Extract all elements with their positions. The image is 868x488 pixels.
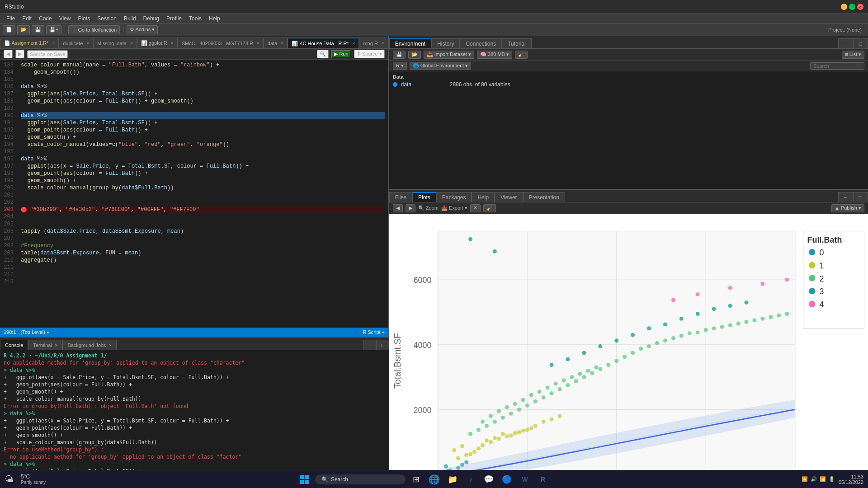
chrome-icon[interactable]: 🌐 xyxy=(427,472,442,487)
code-text[interactable]: scale_colour_manual(name = "Full.Bath", … xyxy=(17,60,388,328)
save-button[interactable]: 💾 xyxy=(32,25,44,34)
menu-profile[interactable]: Profile xyxy=(163,14,185,23)
svg-text:0: 0 xyxy=(819,248,824,257)
maximize-bottom-button[interactable]: □ xyxy=(376,340,389,350)
tab-console[interactable]: Console xyxy=(0,340,28,350)
tab-missing-data[interactable]: Missing_data × xyxy=(93,38,137,48)
import-dataset-button[interactable]: 📥 Import Dataset ▾ xyxy=(424,51,474,59)
source-button[interactable]: ⬆ Source ▾ xyxy=(354,50,385,58)
clock[interactable]: 11:53 05/12/2022 xyxy=(839,474,863,485)
search-code-button[interactable]: 🔍 xyxy=(317,50,329,58)
zoom-button[interactable]: 🔍 Zoom xyxy=(418,205,439,211)
memory-button[interactable]: 🧠 380 MB ▾ xyxy=(477,51,512,59)
tab-background-jobs[interactable]: Background Jobs × xyxy=(62,340,116,350)
tab-files[interactable]: Files xyxy=(389,192,412,202)
menu-help[interactable]: Help xyxy=(205,14,224,23)
close-button[interactable]: × xyxy=(857,4,863,10)
line-numbers: 183184185186187 188189190191192 19319419… xyxy=(0,60,17,328)
delete-plot-button[interactable]: ✕ xyxy=(470,204,481,212)
svg-point-123 xyxy=(671,298,675,302)
tab-data[interactable]: data × xyxy=(264,38,288,48)
svg-point-79 xyxy=(663,338,667,343)
right-panel: Environment History Connections Tutorial… xyxy=(389,36,868,470)
menu-file[interactable]: File xyxy=(3,14,19,23)
menu-edit[interactable]: Edit xyxy=(19,14,35,23)
taskbar-search[interactable]: 🔍 Search xyxy=(315,474,406,484)
env-var-name[interactable]: data xyxy=(401,81,446,88)
new-file-button[interactable]: 📄 xyxy=(3,25,15,34)
global-env-button[interactable]: 🌐 Global Environment ▾ xyxy=(410,62,472,70)
spotify-icon[interactable]: ♪ xyxy=(463,472,478,487)
tab-assignment1[interactable]: 📄 Assignment 1.R* × xyxy=(0,38,59,48)
code-editor[interactable]: 183184185186187 188189190191192 19319419… xyxy=(0,60,388,328)
tab-environment[interactable]: Environment xyxy=(389,38,431,48)
menu-code[interactable]: Code xyxy=(35,14,56,23)
tray-wifi[interactable]: 📶 xyxy=(820,476,826,482)
load-env-button[interactable]: 📂 xyxy=(408,51,421,59)
console-line-9: + ggplot(aes(x = Sale.Price, y = Total.B… xyxy=(4,417,386,424)
tab-connections[interactable]: Connections xyxy=(460,38,502,48)
menu-build[interactable]: Build xyxy=(120,14,140,23)
tab-terminal[interactable]: Terminal × xyxy=(28,340,62,350)
tray-up-arrow[interactable]: 🔼 xyxy=(802,476,808,482)
nav-back-button[interactable]: ◀ xyxy=(4,50,13,58)
save-all-button[interactable]: 💾+ xyxy=(46,25,61,34)
tab-mpg[interactable]: mpg.R × xyxy=(359,38,388,48)
explorer-icon[interactable]: 📁 xyxy=(445,472,460,487)
env-search-input[interactable] xyxy=(810,62,864,70)
console-output[interactable]: R 4.2.2 · ~/Uni/R/0 Assignment 1/ no app… xyxy=(0,350,389,470)
publish-button[interactable]: ▲ Publish ▾ xyxy=(831,204,864,212)
console-line-3: + ggplot(aes(x = Sale.Price, y = Total.B… xyxy=(4,374,386,381)
minimize-files-button[interactable]: – xyxy=(838,192,853,202)
tab-kc-house[interactable]: 📊 KC House Data - R.R* × xyxy=(288,38,359,48)
minimize-bottom-button[interactable]: – xyxy=(363,340,376,350)
nav-forward-button[interactable]: ▶ xyxy=(15,50,24,58)
plot-prev-button[interactable]: ◀ xyxy=(393,204,403,212)
rstudio-taskbar-icon[interactable]: R xyxy=(536,472,550,487)
tab-presentation[interactable]: Presentation xyxy=(523,192,565,202)
tab-help[interactable]: Help xyxy=(472,192,495,202)
tray-battery[interactable]: 🔋 xyxy=(829,476,835,482)
menu-bar: File Edit Code View Plots Session Build … xyxy=(0,14,868,23)
list-button[interactable]: ≡ List ▾ xyxy=(842,51,864,59)
minimize-button[interactable]: − xyxy=(841,4,847,10)
broom-button[interactable]: 🧹 xyxy=(515,51,528,59)
open-button[interactable]: 📂 xyxy=(17,25,30,34)
svg-point-126 xyxy=(760,282,764,286)
r-env-button[interactable]: R ▾ xyxy=(393,62,407,70)
tab-packages[interactable]: Packages xyxy=(436,192,472,202)
word-icon[interactable]: W xyxy=(518,472,532,487)
tab-history[interactable]: History xyxy=(431,38,460,48)
addins-button[interactable]: ⚙ Addins ▾ xyxy=(127,25,158,34)
tab-viewer[interactable]: Viewer xyxy=(495,192,523,202)
tray-volume[interactable]: 🔊 xyxy=(811,476,817,482)
svg-point-140 xyxy=(809,301,815,307)
menu-debug[interactable]: Debug xyxy=(140,14,163,23)
teams-icon[interactable]: 💬 xyxy=(481,472,496,487)
plot-next-button[interactable]: ▶ xyxy=(406,204,415,212)
menu-plots[interactable]: Plots xyxy=(75,14,94,23)
edge-icon[interactable]: 🔵 xyxy=(500,472,514,487)
maximize-button[interactable]: □ xyxy=(849,4,855,10)
env-var-value: 2896 obs. of 80 variables xyxy=(450,81,510,88)
go-to-file-button[interactable]: → Go to file/function xyxy=(68,25,120,34)
save-env-button[interactable]: 💾 xyxy=(393,51,406,59)
source-on-save-button[interactable]: Source on Save xyxy=(27,50,68,58)
tab-ggplot[interactable]: 📊 ggplot.R × xyxy=(137,38,178,48)
maximize-files-button[interactable]: □ xyxy=(853,192,868,202)
tab-tutorial[interactable]: Tutorial xyxy=(502,38,532,48)
maximize-env-button[interactable]: □ xyxy=(853,38,868,48)
run-button[interactable]: ▶ Run xyxy=(331,50,351,58)
menu-session[interactable]: Session xyxy=(94,14,120,23)
svg-point-75 xyxy=(631,351,635,355)
export-button[interactable]: 📤 Export ▾ xyxy=(441,205,467,211)
tab-plots[interactable]: Plots xyxy=(412,192,436,202)
menu-view[interactable]: View xyxy=(56,14,75,23)
task-view-button[interactable]: ⊞ xyxy=(409,472,424,487)
tab-duplicate[interactable]: duplicate × xyxy=(59,38,93,48)
minimize-env-button[interactable]: – xyxy=(838,38,853,48)
broom-plot-button[interactable]: 🧹 xyxy=(483,204,496,212)
start-button[interactable] xyxy=(297,472,311,487)
menu-tools[interactable]: Tools xyxy=(185,14,205,23)
tab-smcc[interactable]: SMcC - 40206033 - MGT7178.R × xyxy=(178,38,264,48)
